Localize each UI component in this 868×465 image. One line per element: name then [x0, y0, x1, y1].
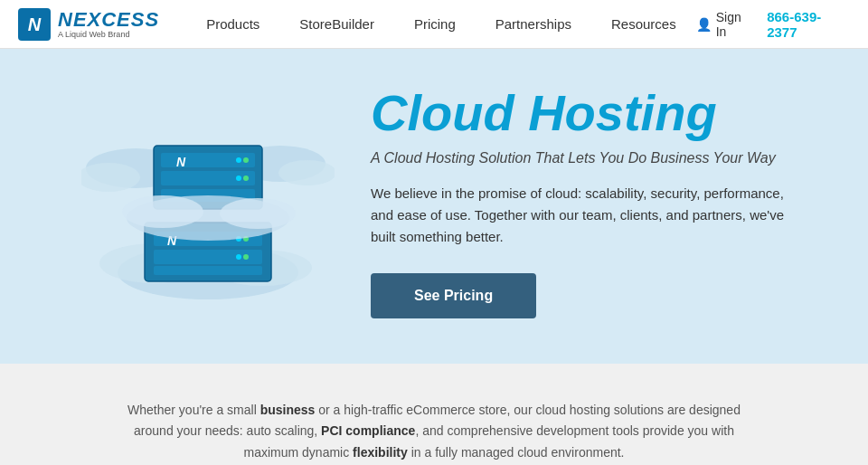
svg-point-13 [236, 157, 241, 163]
nav-item-pricing[interactable]: Pricing [394, 0, 476, 49]
cloud-hosting-illustration: N N [81, 96, 335, 304]
hero-title: Cloud Hosting [371, 85, 787, 141]
hero-body: We believe in the promise of cloud: scal… [371, 183, 787, 248]
svg-point-14 [243, 157, 249, 163]
bottom-text-bold2: PCI compliance [321, 423, 415, 438]
header-right: 👤 Sign In 866-639-2377 [696, 9, 850, 40]
bottom-text-bold1: business [260, 403, 316, 417]
bottom-text-part4: in a fully managed cloud environment. [408, 445, 625, 460]
bottom-text-bold3: flexibility [353, 445, 408, 460]
main-nav: Products StoreBuilder Pricing Partnershi… [186, 0, 696, 49]
svg-point-15 [236, 176, 241, 181]
user-icon: 👤 [696, 17, 712, 32]
logo-tagline: A Liquid Web Brand [58, 31, 159, 39]
svg-rect-21 [154, 266, 262, 275]
svg-point-24 [236, 254, 241, 260]
sign-in-label: Sign In [716, 10, 754, 39]
svg-point-25 [243, 254, 249, 260]
svg-text:N: N [176, 155, 186, 169]
header: N NEXCESS A Liquid Web Brand Products St… [0, 0, 868, 49]
bottom-text-part1: Whether you're a small [127, 403, 260, 417]
logo-nexcess-text: NEXCESS [58, 10, 159, 30]
hero-subtitle: A Cloud Hosting Solution That Lets You D… [371, 150, 787, 166]
hero-illustration: N N [81, 96, 335, 308]
svg-point-28 [122, 195, 203, 228]
bottom-description: Whether you're a small business or a hig… [127, 400, 741, 464]
hero-content: Cloud Hosting A Cloud Hosting Solution T… [371, 85, 787, 318]
svg-point-16 [243, 176, 249, 181]
phone-number[interactable]: 866-639-2377 [767, 9, 850, 40]
nav-item-storebuilder[interactable]: StoreBuilder [279, 0, 394, 49]
hero-section: N N Cloud Hosting A Cloud Hosting Soluti… [0, 49, 868, 364]
nav-item-products[interactable]: Products [186, 0, 279, 49]
nav-item-partnerships[interactable]: Partnerships [476, 0, 591, 49]
sign-in-button[interactable]: 👤 Sign In [696, 10, 754, 39]
logo[interactable]: N NEXCESS A Liquid Web Brand [18, 8, 159, 41]
nav-item-resources[interactable]: Resources [591, 0, 696, 49]
see-pricing-button[interactable]: See Pricing [371, 273, 536, 318]
svg-text:N: N [28, 14, 42, 34]
bottom-section: Whether you're a small business or a hig… [0, 364, 868, 465]
svg-point-8 [278, 160, 335, 185]
svg-point-29 [220, 198, 296, 229]
nexcess-logo-icon: N [18, 8, 51, 41]
